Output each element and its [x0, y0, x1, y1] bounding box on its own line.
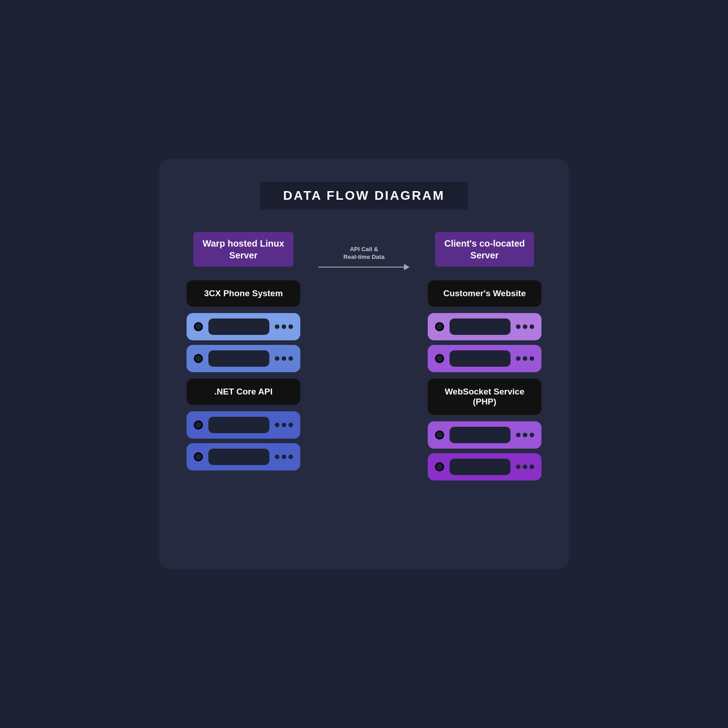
unit-inner: [208, 318, 269, 335]
websocket-block: WebSocket Service (PHP): [428, 379, 541, 415]
bar-fill: [213, 357, 265, 360]
left-top-server-units: [187, 307, 300, 379]
server-unit: [428, 453, 541, 480]
dots-group: [275, 455, 293, 459]
dot: [530, 465, 534, 469]
dots-group: [516, 465, 534, 469]
unit-inner: [208, 417, 269, 433]
left-bottom-server-units: [187, 405, 300, 477]
dot: [282, 423, 286, 427]
dot: [288, 455, 293, 459]
arrow-head: [404, 264, 410, 270]
bar-fill: [454, 325, 506, 329]
dot: [516, 433, 521, 437]
dot: [275, 423, 279, 427]
dot: [282, 324, 286, 329]
arrow-section: API Call & Real-time Data: [318, 232, 410, 487]
right-column-header: Client's co-located Server: [435, 232, 534, 267]
api-block: .NET Core API: [187, 379, 300, 405]
dots-group: [516, 433, 534, 437]
bar-fill: [454, 433, 506, 437]
title-wrapper: DATA FLOW DIAGRAM: [260, 182, 467, 209]
circle-indicator: [194, 452, 203, 461]
dot: [288, 423, 293, 427]
dot: [275, 356, 279, 361]
dot: [530, 324, 534, 329]
circle-indicator: [435, 322, 444, 331]
server-unit: [187, 443, 300, 470]
diagram-title: DATA FLOW DIAGRAM: [283, 188, 445, 203]
left-column-header: Warp hosted Linux Server: [193, 232, 293, 267]
circle-indicator: [194, 354, 203, 363]
main-columns: Warp hosted Linux Server 3CX Phone Syste…: [187, 232, 541, 487]
dot: [288, 324, 293, 329]
dots-group: [516, 324, 534, 329]
bar-fill: [454, 465, 506, 469]
dots-group: [275, 324, 293, 329]
circle-indicator: [435, 354, 444, 363]
dot: [523, 433, 527, 437]
left-column: Warp hosted Linux Server 3CX Phone Syste…: [187, 232, 300, 487]
arrow-label: API Call & Real-time Data: [344, 246, 384, 261]
dots-group: [516, 356, 534, 361]
server-unit: [428, 345, 541, 372]
right-column: Client's co-located Server Customer's We…: [428, 232, 541, 487]
dot: [523, 356, 527, 361]
dot: [275, 455, 279, 459]
dots-group: [275, 423, 293, 427]
dot: [523, 324, 527, 329]
circle-indicator: [435, 430, 444, 440]
server-unit: [187, 411, 300, 439]
unit-inner: [450, 350, 511, 367]
circle-indicator: [194, 322, 203, 331]
unit-inner: [450, 427, 511, 443]
bar-fill: [213, 423, 265, 427]
dots-group: [275, 356, 293, 361]
circle-indicator: [194, 420, 203, 430]
dot: [282, 356, 286, 361]
server-unit: [187, 345, 300, 372]
dot: [530, 433, 534, 437]
server-unit: [428, 421, 541, 449]
phone-system-block: 3CX Phone System: [187, 280, 300, 307]
server-unit: [428, 313, 541, 340]
website-block: Customer's Website: [428, 280, 541, 307]
dot: [530, 356, 534, 361]
right-bottom-server-units: [428, 415, 541, 487]
circle-indicator: [435, 462, 444, 471]
dot: [516, 324, 521, 329]
unit-inner: [208, 449, 269, 465]
dot: [516, 356, 521, 361]
bar-fill: [454, 357, 506, 360]
server-unit: [187, 313, 300, 340]
unit-inner: [208, 350, 269, 367]
unit-inner: [450, 459, 511, 475]
dot: [516, 465, 521, 469]
arrow-line-body: [318, 267, 404, 268]
dot: [288, 356, 293, 361]
diagram-container: DATA FLOW DIAGRAM Warp hosted Linux Serv…: [159, 159, 569, 569]
arrow-line: [318, 264, 410, 270]
unit-inner: [450, 318, 511, 335]
dot: [523, 465, 527, 469]
right-top-server-units: [428, 307, 541, 379]
dot: [282, 455, 286, 459]
bar-fill: [213, 455, 265, 459]
dot: [275, 324, 279, 329]
bar-fill: [213, 325, 265, 329]
